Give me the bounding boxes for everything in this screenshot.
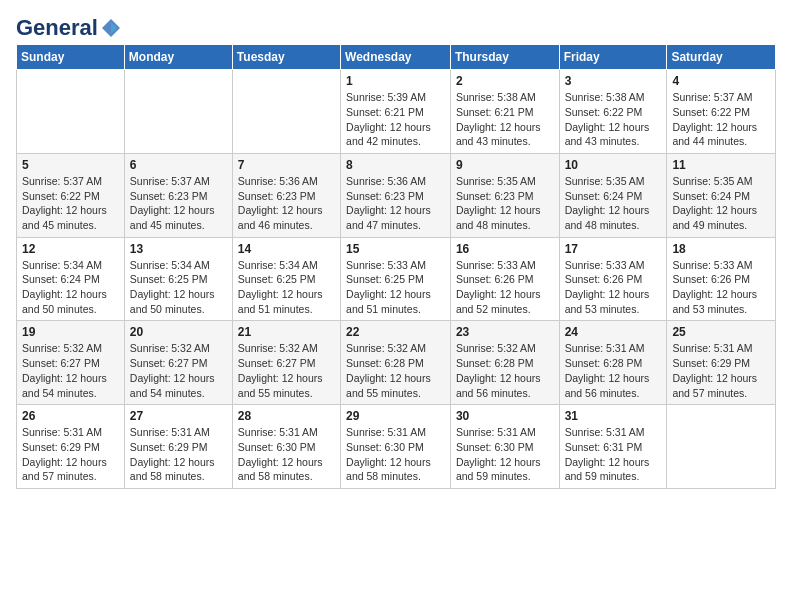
calendar-cell: 13Sunrise: 5:34 AM Sunset: 6:25 PM Dayli… — [124, 237, 232, 321]
day-number: 19 — [22, 325, 119, 339]
calendar-cell: 8Sunrise: 5:36 AM Sunset: 6:23 PM Daylig… — [341, 153, 451, 237]
week-row-5: 26Sunrise: 5:31 AM Sunset: 6:29 PM Dayli… — [17, 405, 776, 489]
day-info: Sunrise: 5:35 AM Sunset: 6:23 PM Dayligh… — [456, 174, 554, 233]
calendar-cell — [232, 70, 340, 154]
calendar-body: 1Sunrise: 5:39 AM Sunset: 6:21 PM Daylig… — [17, 70, 776, 489]
calendar-cell — [124, 70, 232, 154]
day-number: 10 — [565, 158, 662, 172]
day-info: Sunrise: 5:31 AM Sunset: 6:30 PM Dayligh… — [456, 425, 554, 484]
calendar-cell: 27Sunrise: 5:31 AM Sunset: 6:29 PM Dayli… — [124, 405, 232, 489]
day-number: 21 — [238, 325, 335, 339]
day-number: 18 — [672, 242, 770, 256]
calendar-cell: 22Sunrise: 5:32 AM Sunset: 6:28 PM Dayli… — [341, 321, 451, 405]
day-info: Sunrise: 5:33 AM Sunset: 6:26 PM Dayligh… — [565, 258, 662, 317]
day-info: Sunrise: 5:32 AM Sunset: 6:27 PM Dayligh… — [130, 341, 227, 400]
calendar-cell: 19Sunrise: 5:32 AM Sunset: 6:27 PM Dayli… — [17, 321, 125, 405]
calendar-cell: 28Sunrise: 5:31 AM Sunset: 6:30 PM Dayli… — [232, 405, 340, 489]
calendar-cell: 16Sunrise: 5:33 AM Sunset: 6:26 PM Dayli… — [450, 237, 559, 321]
calendar-cell: 24Sunrise: 5:31 AM Sunset: 6:28 PM Dayli… — [559, 321, 667, 405]
calendar-cell: 18Sunrise: 5:33 AM Sunset: 6:26 PM Dayli… — [667, 237, 776, 321]
logo-text-general: General — [16, 16, 98, 40]
calendar-cell — [667, 405, 776, 489]
day-number: 8 — [346, 158, 445, 172]
day-info: Sunrise: 5:37 AM Sunset: 6:23 PM Dayligh… — [130, 174, 227, 233]
day-info: Sunrise: 5:32 AM Sunset: 6:27 PM Dayligh… — [238, 341, 335, 400]
calendar-cell: 15Sunrise: 5:33 AM Sunset: 6:25 PM Dayli… — [341, 237, 451, 321]
day-info: Sunrise: 5:36 AM Sunset: 6:23 PM Dayligh… — [238, 174, 335, 233]
header-wednesday: Wednesday — [341, 45, 451, 70]
day-number: 4 — [672, 74, 770, 88]
day-info: Sunrise: 5:32 AM Sunset: 6:27 PM Dayligh… — [22, 341, 119, 400]
calendar-cell: 4Sunrise: 5:37 AM Sunset: 6:22 PM Daylig… — [667, 70, 776, 154]
day-info: Sunrise: 5:31 AM Sunset: 6:30 PM Dayligh… — [346, 425, 445, 484]
calendar-cell: 17Sunrise: 5:33 AM Sunset: 6:26 PM Dayli… — [559, 237, 667, 321]
calendar-cell: 10Sunrise: 5:35 AM Sunset: 6:24 PM Dayli… — [559, 153, 667, 237]
calendar-cell: 23Sunrise: 5:32 AM Sunset: 6:28 PM Dayli… — [450, 321, 559, 405]
day-info: Sunrise: 5:34 AM Sunset: 6:25 PM Dayligh… — [238, 258, 335, 317]
day-number: 29 — [346, 409, 445, 423]
calendar-cell: 12Sunrise: 5:34 AM Sunset: 6:24 PM Dayli… — [17, 237, 125, 321]
day-info: Sunrise: 5:33 AM Sunset: 6:26 PM Dayligh… — [456, 258, 554, 317]
day-info: Sunrise: 5:32 AM Sunset: 6:28 PM Dayligh… — [346, 341, 445, 400]
day-info: Sunrise: 5:31 AM Sunset: 6:29 PM Dayligh… — [22, 425, 119, 484]
day-number: 26 — [22, 409, 119, 423]
day-info: Sunrise: 5:38 AM Sunset: 6:21 PM Dayligh… — [456, 90, 554, 149]
week-row-4: 19Sunrise: 5:32 AM Sunset: 6:27 PM Dayli… — [17, 321, 776, 405]
week-row-2: 5Sunrise: 5:37 AM Sunset: 6:22 PM Daylig… — [17, 153, 776, 237]
logo-icon — [100, 17, 122, 39]
day-number: 28 — [238, 409, 335, 423]
calendar-cell: 1Sunrise: 5:39 AM Sunset: 6:21 PM Daylig… — [341, 70, 451, 154]
day-info: Sunrise: 5:37 AM Sunset: 6:22 PM Dayligh… — [22, 174, 119, 233]
day-number: 6 — [130, 158, 227, 172]
calendar-cell: 21Sunrise: 5:32 AM Sunset: 6:27 PM Dayli… — [232, 321, 340, 405]
day-number: 14 — [238, 242, 335, 256]
calendar-cell: 26Sunrise: 5:31 AM Sunset: 6:29 PM Dayli… — [17, 405, 125, 489]
day-number: 16 — [456, 242, 554, 256]
day-info: Sunrise: 5:33 AM Sunset: 6:26 PM Dayligh… — [672, 258, 770, 317]
day-info: Sunrise: 5:31 AM Sunset: 6:31 PM Dayligh… — [565, 425, 662, 484]
day-number: 2 — [456, 74, 554, 88]
day-info: Sunrise: 5:31 AM Sunset: 6:28 PM Dayligh… — [565, 341, 662, 400]
calendar-cell: 5Sunrise: 5:37 AM Sunset: 6:22 PM Daylig… — [17, 153, 125, 237]
day-info: Sunrise: 5:32 AM Sunset: 6:28 PM Dayligh… — [456, 341, 554, 400]
day-number: 12 — [22, 242, 119, 256]
calendar-cell: 31Sunrise: 5:31 AM Sunset: 6:31 PM Dayli… — [559, 405, 667, 489]
calendar-cell: 25Sunrise: 5:31 AM Sunset: 6:29 PM Dayli… — [667, 321, 776, 405]
day-info: Sunrise: 5:35 AM Sunset: 6:24 PM Dayligh… — [672, 174, 770, 233]
day-info: Sunrise: 5:37 AM Sunset: 6:22 PM Dayligh… — [672, 90, 770, 149]
header-sunday: Sunday — [17, 45, 125, 70]
calendar-cell: 6Sunrise: 5:37 AM Sunset: 6:23 PM Daylig… — [124, 153, 232, 237]
day-info: Sunrise: 5:38 AM Sunset: 6:22 PM Dayligh… — [565, 90, 662, 149]
day-info: Sunrise: 5:31 AM Sunset: 6:30 PM Dayligh… — [238, 425, 335, 484]
calendar-cell — [17, 70, 125, 154]
day-info: Sunrise: 5:36 AM Sunset: 6:23 PM Dayligh… — [346, 174, 445, 233]
day-number: 13 — [130, 242, 227, 256]
day-number: 27 — [130, 409, 227, 423]
header-monday: Monday — [124, 45, 232, 70]
calendar-header: SundayMondayTuesdayWednesdayThursdayFrid… — [17, 45, 776, 70]
header-thursday: Thursday — [450, 45, 559, 70]
day-info: Sunrise: 5:34 AM Sunset: 6:24 PM Dayligh… — [22, 258, 119, 317]
day-number: 22 — [346, 325, 445, 339]
day-info: Sunrise: 5:39 AM Sunset: 6:21 PM Dayligh… — [346, 90, 445, 149]
header-tuesday: Tuesday — [232, 45, 340, 70]
day-info: Sunrise: 5:31 AM Sunset: 6:29 PM Dayligh… — [672, 341, 770, 400]
day-number: 9 — [456, 158, 554, 172]
day-number: 11 — [672, 158, 770, 172]
calendar-cell: 9Sunrise: 5:35 AM Sunset: 6:23 PM Daylig… — [450, 153, 559, 237]
calendar-cell: 14Sunrise: 5:34 AM Sunset: 6:25 PM Dayli… — [232, 237, 340, 321]
day-number: 23 — [456, 325, 554, 339]
day-number: 15 — [346, 242, 445, 256]
logo: General — [16, 16, 122, 36]
calendar-cell: 30Sunrise: 5:31 AM Sunset: 6:30 PM Dayli… — [450, 405, 559, 489]
calendar-table: SundayMondayTuesdayWednesdayThursdayFrid… — [16, 44, 776, 489]
calendar-cell: 2Sunrise: 5:38 AM Sunset: 6:21 PM Daylig… — [450, 70, 559, 154]
day-number: 25 — [672, 325, 770, 339]
day-info: Sunrise: 5:35 AM Sunset: 6:24 PM Dayligh… — [565, 174, 662, 233]
day-number: 31 — [565, 409, 662, 423]
week-row-3: 12Sunrise: 5:34 AM Sunset: 6:24 PM Dayli… — [17, 237, 776, 321]
header-saturday: Saturday — [667, 45, 776, 70]
calendar-cell: 3Sunrise: 5:38 AM Sunset: 6:22 PM Daylig… — [559, 70, 667, 154]
day-number: 3 — [565, 74, 662, 88]
day-number: 20 — [130, 325, 227, 339]
